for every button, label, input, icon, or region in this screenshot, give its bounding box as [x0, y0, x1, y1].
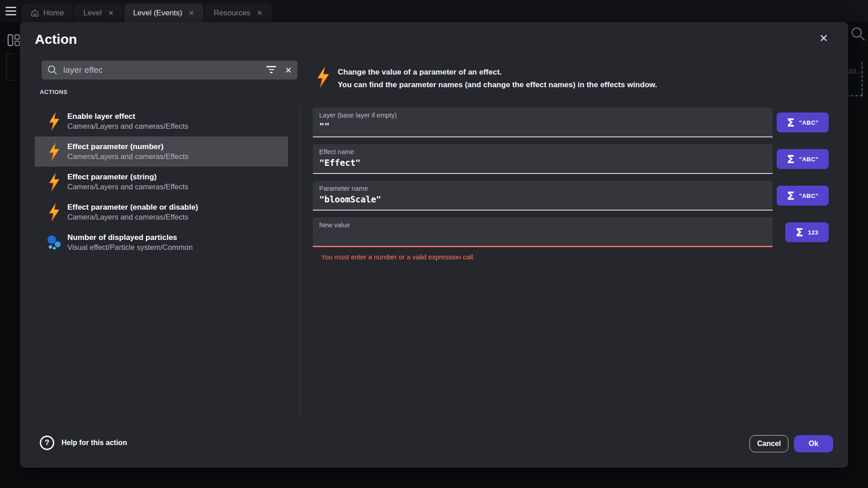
action-description: Change the value of a parameter of an ef… — [338, 66, 657, 91]
close-icon[interactable]: ✕ — [816, 30, 832, 47]
panels-layout-icon — [7, 33, 21, 49]
sigma-icon: Σ — [787, 154, 794, 165]
tab-label: Resources — [214, 9, 250, 18]
action-search-box[interactable]: ✕ — [42, 61, 297, 80]
action-title: Number of displayed particles — [67, 233, 193, 243]
list-item-number-displayed-particles[interactable]: Number of displayed particles Visual eff… — [35, 227, 288, 258]
field-label: New value — [319, 221, 766, 229]
home-icon — [31, 9, 39, 17]
lightning-icon — [47, 112, 62, 131]
close-icon[interactable]: ✕ — [108, 9, 114, 17]
screen: Home Level ✕ Level (Events) ✕ Resources … — [0, 0, 868, 488]
expression-builder-button[interactable]: Σ "ABC" — [777, 113, 829, 132]
expression-builder-button[interactable]: Σ "ABC" — [777, 149, 829, 169]
panel-divider — [300, 106, 301, 418]
truncated-add-label: dd... — [847, 67, 862, 76]
ok-button[interactable]: Ok — [794, 435, 833, 452]
action-title: Effect parameter (enable or disable) — [67, 202, 198, 212]
action-path: Camera/Layers and cameras/Effects — [67, 122, 188, 131]
field-value: "bloomScale" — [319, 194, 766, 204]
close-icon[interactable]: ✕ — [257, 9, 263, 17]
action-path: Camera/Layers and cameras/Effects — [67, 212, 198, 222]
lightning-icon — [47, 142, 62, 161]
search-icon — [47, 65, 58, 75]
field-value: "" — [319, 121, 766, 131]
action-list: Enable layer effect Camera/Layers and ca… — [35, 106, 288, 258]
help-link[interactable]: ? Help for this action — [40, 436, 127, 450]
tab-level-events[interactable]: Level (Events) ✕ — [124, 4, 203, 22]
tab-resources[interactable]: Resources ✕ — [205, 4, 272, 22]
expression-builder-button[interactable]: Σ "ABC" — [777, 186, 829, 206]
action-path: Camera/Layers and cameras/Effects — [67, 152, 188, 161]
action-path: Visual effect/Particle system/Common — [67, 243, 193, 252]
help-icon: ? — [40, 436, 54, 450]
tab-label: Home — [43, 9, 64, 18]
background-panel-fragment — [6, 53, 22, 80]
effect-name-field[interactable]: Effect name "Effect" — [313, 144, 773, 174]
sigma-type-label: "ABC" — [799, 192, 819, 199]
sigma-icon: Σ — [787, 190, 794, 202]
field-row-new-value: New value Σ 123 — [313, 217, 773, 247]
sigma-type-label: 123 — [808, 229, 818, 236]
main-menu-icon[interactable] — [5, 7, 16, 15]
layer-field[interactable]: Layer (base layer if empty) "" — [313, 108, 773, 137]
list-item-effect-parameter-string[interactable]: Effect parameter (string) Camera/Layers … — [35, 167, 288, 197]
actions-section-header: ACTIONS — [40, 89, 67, 95]
action-title: Effect parameter (string) — [67, 172, 188, 182]
tab-label: Level — [83, 9, 102, 18]
action-dialog: Action ✕ ✕ ACTIONS Enable layer effect C… — [20, 22, 848, 468]
action-title: Effect parameter (number) — [67, 142, 188, 152]
expression-builder-button[interactable]: Σ 123 — [785, 222, 829, 242]
help-label: Help for this action — [61, 439, 127, 447]
field-label: Layer (base layer if empty) — [319, 112, 766, 119]
field-row-effect-name: Effect name "Effect" Σ "ABC" — [313, 144, 773, 174]
field-label: Effect name — [319, 148, 766, 155]
field-row-parameter-name: Parameter name "bloomScale" Σ "ABC" — [313, 181, 773, 211]
close-icon[interactable]: ✕ — [189, 9, 194, 17]
search-input[interactable] — [62, 65, 266, 75]
list-item-enable-layer-effect[interactable]: Enable layer effect Camera/Layers and ca… — [35, 106, 288, 136]
app-tab-bar: Home Level ✕ Level (Events) ✕ Resources … — [0, 0, 868, 22]
field-row-layer: Layer (base layer if empty) "" Σ "ABC" — [313, 108, 773, 137]
field-value: "Effect" — [319, 158, 766, 168]
list-item-effect-parameter-enable[interactable]: Effect parameter (enable or disable) Cam… — [35, 197, 288, 227]
filter-icon[interactable] — [266, 66, 277, 74]
sigma-type-label: "ABC" — [799, 156, 819, 163]
sigma-icon: Σ — [796, 227, 803, 238]
action-path: Camera/Layers and cameras/Effects — [67, 182, 188, 192]
tab-label: Level (Events) — [133, 9, 183, 18]
lightning-icon — [316, 66, 330, 90]
sigma-type-label: "ABC" — [799, 119, 819, 126]
particles-icon — [47, 234, 62, 252]
tab-level[interactable]: Level ✕ — [74, 4, 123, 22]
sigma-icon: Σ — [787, 117, 794, 128]
search-icon[interactable] — [850, 26, 866, 44]
new-value-field[interactable]: New value — [313, 217, 773, 247]
parameter-name-field[interactable]: Parameter name "bloomScale" — [313, 181, 773, 211]
description-line-2: You can find the parameter names (and ch… — [338, 79, 657, 91]
cancel-button[interactable]: Cancel — [750, 435, 788, 452]
description-line-1: Change the value of a parameter of an ef… — [338, 66, 657, 79]
tab-home[interactable]: Home — [22, 4, 73, 22]
list-item-effect-parameter-number[interactable]: Effect parameter (number) Camera/Layers … — [35, 136, 288, 167]
validation-error-text: You must enter a number or a valid expre… — [321, 253, 475, 261]
tab-strip: Home Level ✕ Level (Events) ✕ Resources … — [22, 4, 272, 22]
lightning-icon — [47, 203, 62, 222]
clear-search-icon[interactable]: ✕ — [285, 65, 292, 75]
lightning-icon — [47, 173, 62, 192]
action-title: Enable layer effect — [67, 112, 188, 122]
dialog-title: Action — [35, 32, 77, 47]
field-label: Parameter name — [319, 185, 766, 192]
